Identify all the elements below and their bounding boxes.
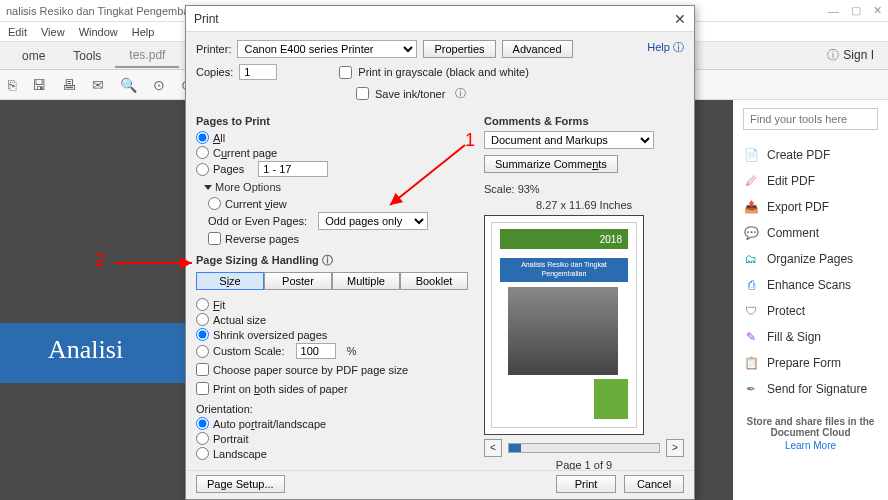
landscape-radio[interactable] [196, 447, 209, 460]
copies-input[interactable] [239, 64, 277, 80]
all-radio[interactable] [196, 131, 209, 144]
save-ink-label: Save ink/toner [375, 88, 445, 100]
help-link[interactable]: Help ⓘ [647, 40, 684, 55]
reverse-pages-checkbox[interactable] [208, 232, 221, 245]
tab-filename[interactable]: tes.pdf [115, 44, 179, 68]
open-icon[interactable]: ⎘ [8, 77, 16, 93]
tool-organize-pages[interactable]: 🗂Organize Pages [743, 246, 878, 272]
print-both-sides-checkbox[interactable] [196, 382, 209, 395]
enhance-icon: ⎙ [743, 278, 759, 292]
multiple-button[interactable]: Multiple [332, 272, 400, 290]
tool-comment[interactable]: 💬Comment [743, 220, 878, 246]
tool-enhance-scans[interactable]: ⎙Enhance Scans [743, 272, 878, 298]
fit-radio[interactable] [196, 298, 209, 311]
shrink-radio[interactable] [196, 328, 209, 341]
auto-orient-radio[interactable] [196, 417, 209, 430]
comment-icon: 💬 [743, 226, 759, 240]
doc-cover-title: Analisi [0, 323, 185, 383]
chevron-down-icon [204, 185, 212, 190]
scale-label: Scale: 93% [484, 183, 684, 195]
close-icon[interactable]: ✕ [873, 4, 882, 17]
menu-help[interactable]: Help [132, 26, 155, 38]
print-dialog: Print ✕ Help ⓘ Printer: Canon E400 serie… [185, 5, 695, 500]
prev-page-icon[interactable]: ⊙ [153, 77, 165, 93]
preview-scroll: < > [484, 439, 684, 457]
advanced-button[interactable]: Advanced [502, 40, 573, 58]
booklet-button[interactable]: Booklet [400, 272, 468, 290]
printer-select[interactable]: Canon E400 series Printer [237, 40, 417, 58]
prev-preview-button[interactable]: < [484, 439, 502, 457]
portrait-radio[interactable] [196, 432, 209, 445]
more-options-toggle[interactable]: More Options [196, 181, 476, 193]
poster-button[interactable]: Poster [264, 272, 332, 290]
tab-home[interactable]: ome [8, 45, 59, 67]
preview-photo [508, 287, 618, 375]
tool-export-pdf[interactable]: 📤Export PDF [743, 194, 878, 220]
minimize-icon[interactable]: — [828, 5, 839, 17]
pen-icon: ✎ [743, 330, 759, 344]
paper-dimensions: 8.27 x 11.69 Inches [484, 199, 684, 211]
menu-edit[interactable]: Edit [8, 26, 27, 38]
tool-create-pdf[interactable]: 📄Create PDF [743, 142, 878, 168]
summarize-comments-button[interactable]: Summarize Comments [484, 155, 618, 173]
size-button[interactable]: Size [196, 272, 264, 290]
dialog-titlebar: Print ✕ [186, 6, 694, 32]
actual-size-radio[interactable] [196, 313, 209, 326]
tools-search-input[interactable] [743, 108, 878, 130]
odd-even-label: Odd or Even Pages: [208, 215, 307, 227]
tool-protect[interactable]: 🛡Protect [743, 298, 878, 324]
current-page-radio[interactable] [196, 146, 209, 159]
mail-icon[interactable]: ✉ [92, 77, 104, 93]
info-icon[interactable]: ⓘ [455, 86, 466, 101]
sizing-handling-header: Page Sizing & Handling ⓘ [196, 253, 476, 268]
tool-prepare-form[interactable]: 📋Prepare Form [743, 350, 878, 376]
grayscale-checkbox[interactable] [339, 66, 352, 79]
save-icon[interactable]: 🖫 [32, 77, 46, 93]
scroll-thumb[interactable] [509, 444, 521, 452]
preview-year-badge: 2018 [500, 229, 628, 249]
cloud-promo: Store and share files in the Document Cl… [743, 416, 878, 451]
custom-scale-radio[interactable] [196, 345, 209, 358]
grayscale-label: Print in grayscale (black and white) [358, 66, 529, 78]
comments-forms-select[interactable]: Document and Markups [484, 131, 654, 149]
dialog-close-icon[interactable]: ✕ [674, 11, 686, 27]
print-button[interactable]: Print [556, 475, 616, 493]
organize-icon: 🗂 [743, 252, 759, 266]
cancel-button[interactable]: Cancel [624, 475, 684, 493]
window-controls: — ▢ ✕ [828, 4, 882, 17]
sign-in-link[interactable]: Sign I [827, 47, 880, 64]
tool-send-signature[interactable]: ✒Send for Signature [743, 376, 878, 402]
menu-view[interactable]: View [41, 26, 65, 38]
tool-fill-sign[interactable]: ✎Fill & Sign [743, 324, 878, 350]
info-icon[interactable]: ⓘ [322, 254, 333, 266]
export-pdf-icon: 📤 [743, 200, 759, 214]
preview-green-block [594, 379, 628, 419]
form-icon: 📋 [743, 356, 759, 370]
odd-even-select[interactable]: Odd pages only [318, 212, 428, 230]
edit-pdf-icon: 🖉 [743, 174, 759, 188]
tool-edit-pdf[interactable]: 🖉Edit PDF [743, 168, 878, 194]
printer-label: Printer: [196, 43, 231, 55]
print-icon[interactable]: 🖶 [62, 77, 76, 93]
choose-paper-checkbox[interactable] [196, 363, 209, 376]
properties-button[interactable]: Properties [423, 40, 495, 58]
tools-panel: 📄Create PDF 🖉Edit PDF 📤Export PDF 💬Comme… [733, 100, 888, 500]
learn-more-link[interactable]: Learn More [743, 440, 878, 451]
page-counter: Page 1 of 9 [484, 459, 684, 470]
shield-icon: 🛡 [743, 304, 759, 318]
search-icon[interactable]: 🔍 [120, 77, 137, 93]
copies-label: Copies: [196, 66, 233, 78]
tab-tools[interactable]: Tools [59, 45, 115, 67]
orientation-label: Orientation: [196, 403, 253, 415]
maximize-icon[interactable]: ▢ [851, 4, 861, 17]
page-setup-button[interactable]: Page Setup... [196, 475, 285, 493]
pages-radio[interactable] [196, 163, 209, 176]
save-ink-checkbox[interactable] [356, 87, 369, 100]
next-preview-button[interactable]: > [666, 439, 684, 457]
custom-scale-input[interactable] [296, 343, 336, 359]
signature-icon: ✒ [743, 382, 759, 396]
menu-window[interactable]: Window [79, 26, 118, 38]
current-view-radio[interactable] [208, 197, 221, 210]
pages-range-input[interactable] [258, 161, 328, 177]
preview-scrollbar[interactable] [508, 443, 660, 453]
